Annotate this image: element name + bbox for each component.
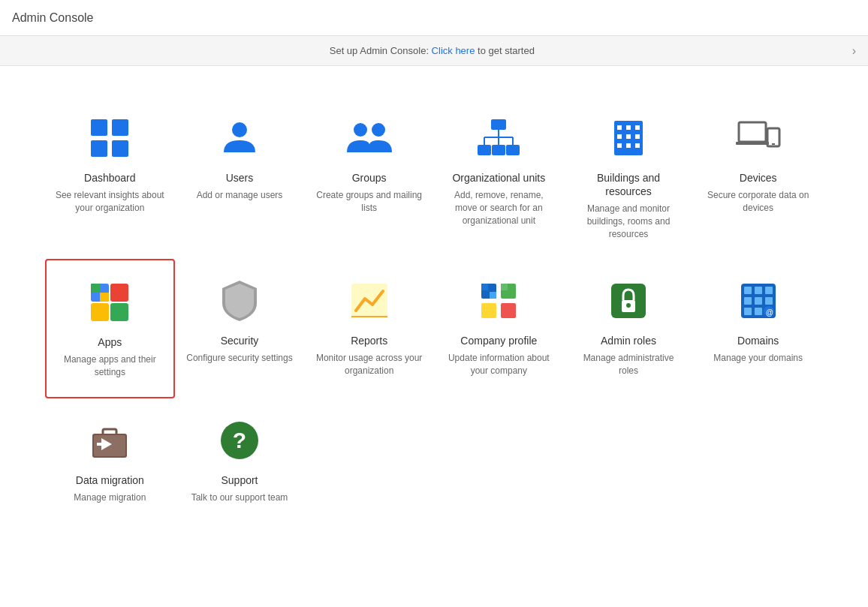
svg-rect-7 [491,119,506,130]
data-migration-title: Data migration [76,473,144,487]
support-icon: ? [215,416,264,464]
svg-rect-21 [626,134,631,139]
buildings-icon [604,114,653,162]
svg-point-5 [354,123,367,137]
svg-rect-55 [744,308,752,315]
grid-item-reports[interactable]: Reports Monitor usage across your organi… [304,259,434,398]
apps-icon [86,278,134,326]
users-icon [215,114,264,162]
org-units-title: Organizational units [452,171,545,185]
security-icon [215,277,264,325]
svg-rect-31 [91,284,100,293]
svg-rect-40 [490,292,496,299]
svg-rect-20 [617,134,622,139]
svg-rect-51 [765,287,773,294]
svg-rect-32 [100,293,109,302]
support-title: Support [221,473,258,487]
main-grid: Dashboard See relevant insights about yo… [0,66,868,552]
svg-rect-24 [626,143,631,148]
security-desc: Configure security settings [186,352,292,365]
banner-chevron-icon[interactable]: › [852,44,856,58]
domains-title: Domains [737,334,779,347]
admin-roles-icon [604,277,653,325]
grid-item-org-units[interactable]: Organizational units Add, remove, rename… [434,96,564,259]
banner-text: Set up Admin Console: [330,45,432,56]
app-title: Admin Console [12,11,94,25]
banner-content: Set up Admin Console: Click here to get … [12,45,852,56]
svg-rect-53 [755,297,762,305]
org-units-icon [475,114,523,162]
svg-rect-60 [103,429,116,435]
domains-icon: @ [734,277,782,325]
svg-point-4 [232,122,247,137]
reports-desc: Monitor usage across your organization [313,352,425,377]
devices-icon [734,114,782,162]
svg-rect-39 [481,284,488,290]
data-migration-icon [86,416,134,464]
svg-rect-42 [501,284,508,290]
users-title: Users [226,171,254,185]
data-migration-desc: Manage migration [74,491,146,504]
admin-roles-title: Admin roles [601,334,656,347]
groups-title: Groups [352,171,387,185]
org-units-desc: Add, remove, rename, move or search for … [443,189,555,227]
svg-rect-23 [617,143,622,148]
users-desc: Add or manage users [197,189,283,202]
svg-rect-13 [478,145,491,155]
grid-item-support[interactable]: ? Support Talk to our support team [175,398,305,522]
domains-desc: Manage your domains [713,352,803,365]
svg-rect-25 [635,143,640,148]
groups-desc: Create groups and mailing lists [313,189,425,215]
grid-item-dashboard[interactable]: Dashboard See relevant insights about yo… [45,96,175,259]
svg-rect-26 [739,122,766,142]
grid-item-security[interactable]: Security Configure security settings [175,259,305,398]
company-profile-icon [475,277,523,325]
svg-rect-56 [755,308,762,315]
banner-suffix: to get started [475,45,535,56]
grid-item-groups[interactable]: Groups Create groups and mailing lists [304,96,434,259]
svg-text:@: @ [766,308,773,317]
banner-link[interactable]: Click here [432,45,475,56]
dashboard-desc: See relevant insights about your organiz… [54,189,166,215]
grid-item-devices[interactable]: Devices Secure corporate data on devices [693,96,823,259]
grid-item-admin-roles[interactable]: Admin roles Manage administrative roles [564,259,694,398]
svg-text:?: ? [233,428,246,452]
support-desc: Talk to our support team [191,491,288,504]
grid-item-company-profile[interactable]: Company profile Update information about… [434,259,564,398]
svg-rect-14 [492,145,505,155]
reports-title: Reports [351,334,387,347]
grid-item-apps[interactable]: Apps Manage apps and their settings [45,259,175,398]
apps-title: Apps [98,335,122,349]
apps-desc: Manage apps and their settings [56,353,164,379]
grid-item-users[interactable]: Users Add or manage users [175,96,305,259]
svg-rect-33 [110,284,128,302]
groups-icon [345,114,393,162]
svg-rect-17 [617,125,622,130]
svg-rect-27 [736,142,769,145]
buildings-desc: Manage and monitor buildings, rooms and … [573,203,685,240]
company-profile-desc: Update information about your company [443,352,555,377]
svg-rect-52 [744,297,752,305]
svg-point-6 [372,123,385,137]
devices-desc: Secure corporate data on devices [702,189,814,215]
grid-item-buildings[interactable]: Buildings and resources Manage and monit… [564,96,694,259]
dashboard-icon [86,114,134,162]
admin-roles-desc: Manage administrative roles [573,352,685,377]
grid-item-data-migration[interactable]: Data migration Manage migration [45,398,175,522]
svg-rect-49 [744,287,752,294]
svg-rect-35 [110,303,128,321]
svg-rect-2 [91,140,107,157]
svg-rect-19 [635,125,640,130]
svg-rect-0 [91,119,107,136]
company-profile-title: Company profile [460,334,537,347]
grid-item-domains[interactable]: @ Domains Manage your domains [693,259,823,398]
svg-rect-3 [112,140,128,157]
svg-rect-18 [626,125,631,130]
setup-banner: Set up Admin Console: Click here to get … [0,36,868,66]
svg-rect-34 [91,303,109,321]
svg-rect-1 [112,119,128,136]
devices-title: Devices [740,171,777,185]
top-bar: Admin Console [0,0,868,36]
buildings-title: Buildings and resources [573,171,685,198]
svg-point-47 [626,303,631,308]
